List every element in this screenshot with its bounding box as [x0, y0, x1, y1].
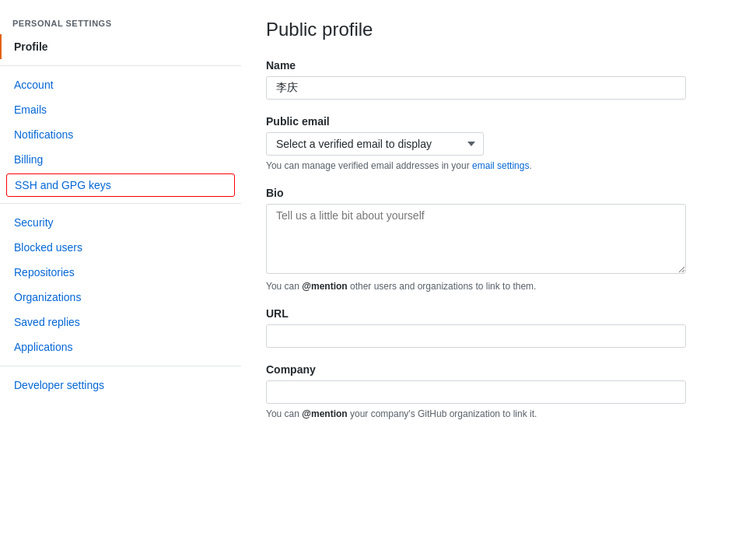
email-settings-link[interactable]: email settings [472, 160, 529, 171]
url-field-group: URL [266, 307, 730, 348]
public-email-field-group: Public email Select a verified email to … [266, 115, 730, 171]
sidebar-divider-3 [0, 366, 241, 366]
bio-textarea[interactable] [266, 204, 686, 274]
sidebar-item-ssh-gpg[interactable]: SSH and GPG keys [6, 173, 235, 197]
sidebar-header: Personal settings [0, 12, 241, 34]
name-label: Name [266, 59, 730, 72]
sidebar-item-billing[interactable]: Billing [0, 147, 241, 172]
company-help-prefix: You can [266, 408, 302, 419]
public-email-label: Public email [266, 115, 730, 128]
email-help-suffix: . [529, 160, 531, 171]
sidebar-item-repositories[interactable]: Repositories [0, 260, 241, 285]
url-label: URL [266, 307, 730, 320]
bio-help-prefix: You can [266, 281, 302, 292]
email-help-prefix: You can manage verified email addresses … [266, 160, 472, 171]
sidebar-item-notifications[interactable]: Notifications [0, 122, 241, 147]
sidebar-item-emails[interactable]: Emails [0, 97, 241, 122]
email-help-text: You can manage verified email addresses … [266, 160, 730, 171]
url-input[interactable] [266, 324, 686, 348]
company-help-text: You can @mention your company's GitHub o… [266, 408, 730, 419]
company-help-suffix: your company's GitHub organization to li… [348, 408, 537, 419]
sidebar-item-account[interactable]: Account [0, 72, 241, 97]
bio-help-text: You can @mention other users and organiz… [266, 281, 730, 292]
sidebar-item-profile[interactable]: Profile [0, 34, 241, 59]
company-mention: @mention [302, 408, 347, 419]
bio-help-suffix: other users and organizations to link to… [348, 281, 537, 292]
sidebar-divider-2 [0, 203, 241, 204]
name-field-group: Name [266, 59, 730, 100]
company-label: Company [266, 363, 730, 376]
sidebar-item-blocked[interactable]: Blocked users [0, 235, 241, 260]
sidebar-item-saved-replies[interactable]: Saved replies [0, 310, 241, 335]
public-email-select[interactable]: Select a verified email to display [266, 132, 484, 156]
sidebar-item-applications[interactable]: Applications [0, 335, 241, 359]
bio-label: Bio [266, 187, 730, 199]
company-field-group: Company You can @mention your company's … [266, 363, 730, 419]
sidebar-divider-1 [0, 65, 241, 66]
sidebar-item-developer-settings[interactable]: Developer settings [0, 373, 241, 398]
sidebar-item-security[interactable]: Security [0, 210, 241, 235]
main-content: Public profile Name Public email Select … [241, 0, 754, 550]
sidebar: Personal settings Profile Account Emails… [0, 0, 241, 550]
company-input[interactable] [266, 380, 686, 404]
page-title: Public profile [266, 19, 730, 40]
sidebar-item-organizations[interactable]: Organizations [0, 285, 241, 310]
bio-mention: @mention [302, 281, 347, 292]
bio-field-group: Bio You can @mention other users and org… [266, 187, 730, 292]
name-input[interactable] [266, 76, 686, 100]
